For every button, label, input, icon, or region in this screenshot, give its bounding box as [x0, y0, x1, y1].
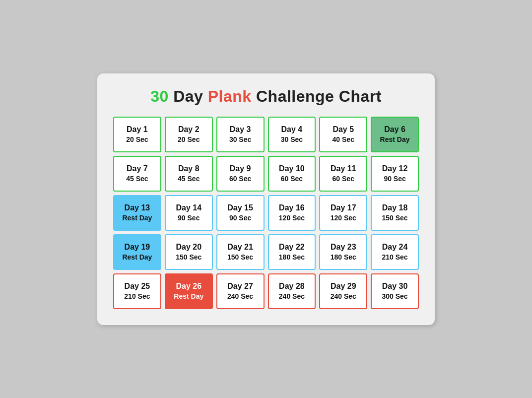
day-cell-25: Day 25210 Sec [113, 273, 161, 309]
day-cell-20: Day 20150 Sec [165, 234, 213, 270]
time-label: Rest Day [380, 135, 410, 144]
day-label: Day 13 [125, 203, 150, 213]
time-label: 60 Sec [332, 174, 354, 183]
day-cell-10: Day 1060 Sec [268, 156, 316, 192]
time-label: Rest Day [122, 253, 152, 262]
day-cell-2: Day 220 Sec [165, 117, 213, 152]
day-label: Day 10 [279, 164, 305, 174]
time-label: 90 Sec [178, 213, 200, 222]
time-label: 120 Sec [331, 213, 356, 222]
title-day: Day [169, 87, 208, 105]
time-label: 120 Sec [279, 213, 305, 222]
day-label: Day 2 [178, 125, 200, 135]
day-label: Day 4 [281, 125, 303, 135]
day-cell-22: Day 22180 Sec [268, 234, 316, 270]
day-cell-7: Day 745 Sec [113, 156, 161, 192]
day-label: Day 19 [125, 242, 150, 253]
day-label: Day 23 [331, 242, 356, 253]
time-label: 45 Sec [178, 174, 200, 183]
challenge-grid: Day 120 SecDay 220 SecDay 330 SecDay 430… [113, 117, 419, 309]
day-label: Day 6 [384, 125, 405, 135]
time-label: 20 Sec [178, 135, 200, 144]
day-cell-23: Day 23180 Sec [319, 234, 367, 270]
time-label: 240 Sec [227, 292, 253, 301]
day-cell-8: Day 845 Sec [165, 156, 213, 192]
time-label: 210 Sec [124, 292, 150, 301]
day-label: Day 18 [382, 203, 408, 213]
day-cell-13: Day 13Rest Day [113, 195, 161, 231]
day-label: Day 3 [230, 125, 251, 135]
day-label: Day 16 [279, 203, 305, 213]
time-label: 45 Sec [126, 174, 148, 183]
day-cell-28: Day 28240 Sec [268, 273, 316, 309]
day-label: Day 17 [331, 203, 356, 213]
title-plank: Plank [208, 87, 252, 105]
time-label: 180 Sec [279, 253, 305, 262]
day-cell-11: Day 1160 Sec [319, 156, 367, 192]
time-label: 240 Sec [279, 292, 305, 301]
day-label: Day 22 [279, 242, 305, 253]
time-label: 150 Sec [227, 253, 253, 262]
time-label: 20 Sec [126, 135, 148, 144]
day-label: Day 1 [127, 125, 148, 135]
time-label: 90 Sec [229, 213, 251, 222]
day-cell-29: Day 29240 Sec [319, 273, 367, 309]
challenge-card: 30 Day Plank Challenge Chart Day 120 Sec… [97, 73, 435, 325]
day-label: Day 24 [382, 242, 408, 253]
day-cell-14: Day 1490 Sec [165, 195, 213, 231]
title-rest: Challenge Chart [252, 87, 382, 105]
day-cell-1: Day 120 Sec [113, 117, 161, 152]
day-label: Day 12 [382, 164, 408, 174]
day-label: Day 28 [279, 281, 305, 292]
time-label: 90 Sec [384, 174, 405, 183]
day-cell-15: Day 1590 Sec [216, 195, 265, 231]
day-label: Day 25 [125, 281, 150, 292]
time-label: 60 Sec [229, 174, 251, 183]
day-label: Day 14 [176, 203, 201, 213]
day-label: Day 11 [331, 164, 356, 174]
time-label: 150 Sec [176, 253, 201, 262]
page-title: 30 Day Plank Challenge Chart [113, 87, 419, 106]
day-cell-9: Day 960 Sec [216, 156, 265, 192]
time-label: 210 Sec [382, 253, 407, 262]
day-label: Day 21 [227, 242, 253, 253]
day-cell-24: Day 24210 Sec [371, 234, 419, 270]
day-cell-26: Day 26Rest Day [165, 273, 213, 309]
day-label: Day 30 [382, 281, 408, 292]
day-cell-21: Day 21150 Sec [216, 234, 265, 270]
day-cell-18: Day 18150 Sec [371, 195, 419, 231]
time-label: 300 Sec [382, 292, 407, 301]
day-cell-6: Day 6Rest Day [371, 117, 419, 152]
day-label: Day 27 [227, 281, 253, 292]
day-cell-17: Day 17120 Sec [319, 195, 367, 231]
day-cell-19: Day 19Rest Day [113, 234, 161, 270]
day-label: Day 8 [178, 164, 200, 174]
day-label: Day 9 [230, 164, 251, 174]
time-label: Rest Day [174, 292, 203, 301]
time-label: 240 Sec [331, 292, 356, 301]
day-cell-4: Day 430 Sec [268, 117, 316, 152]
time-label: 30 Sec [281, 135, 303, 144]
day-cell-12: Day 1290 Sec [371, 156, 419, 192]
day-cell-27: Day 27240 Sec [216, 273, 265, 309]
time-label: Rest Day [122, 213, 152, 222]
day-label: Day 20 [176, 242, 201, 253]
time-label: 30 Sec [229, 135, 251, 144]
day-cell-5: Day 540 Sec [319, 117, 367, 152]
day-label: Day 29 [331, 281, 356, 292]
day-label: Day 5 [332, 125, 354, 135]
day-cell-30: Day 30300 Sec [371, 273, 419, 309]
day-label: Day 26 [176, 281, 201, 292]
day-label: Day 15 [227, 203, 253, 213]
day-label: Day 7 [127, 164, 148, 174]
time-label: 60 Sec [281, 174, 303, 183]
day-cell-3: Day 330 Sec [216, 117, 265, 152]
title-30: 30 [150, 87, 169, 105]
time-label: 150 Sec [382, 213, 407, 222]
day-cell-16: Day 16120 Sec [268, 195, 316, 231]
time-label: 180 Sec [331, 253, 356, 262]
time-label: 40 Sec [332, 135, 354, 144]
